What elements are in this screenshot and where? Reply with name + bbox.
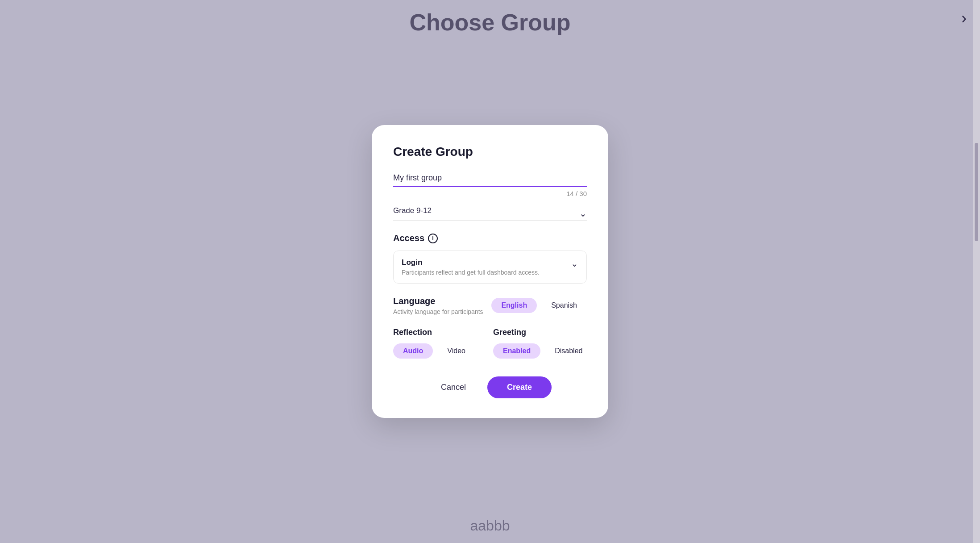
reflection-title: Reflection [393,328,475,337]
cancel-button[interactable]: Cancel [428,377,478,397]
access-login-title: Login [402,258,540,267]
grade-select-container: Grade K-2 Grade 3-5 Grade 6-8 Grade 9-12… [393,206,587,221]
greeting-disabled-button[interactable]: Disabled [545,343,592,359]
language-left: Language Activity language for participa… [393,296,483,315]
greeting-enabled-button[interactable]: Enabled [493,343,540,359]
access-section: Access i Login Participants reflect and … [393,233,587,284]
modal-title: Create Group [393,145,587,159]
greeting-col: Greeting Enabled Disabled [493,328,593,359]
language-english-button[interactable]: English [491,298,537,313]
info-icon[interactable]: i [428,234,438,243]
reflection-buttons: Audio Video [393,343,475,359]
reflection-video-button[interactable]: Video [437,343,475,359]
create-button[interactable]: Create [487,376,552,398]
reflection-audio-button[interactable]: Audio [393,343,433,359]
reflection-col: Reflection Audio Video [393,328,475,359]
access-login-desc: Participants reflect and get full dashbo… [402,269,540,276]
language-buttons: English Spanish [491,298,587,313]
reflection-greeting-row: Reflection Audio Video Greeting Enabled … [393,328,587,359]
greeting-buttons: Enabled Disabled [493,343,593,359]
grade-select[interactable]: Grade K-2 Grade 3-5 Grade 6-8 Grade 9-12… [393,206,587,215]
access-chevron-icon[interactable]: ⌄ [571,258,578,269]
group-name-input[interactable] [393,173,587,187]
modal: Create Group 14 / 30 Grade K-2 Grade 3-5… [372,125,608,418]
action-buttons: Cancel Create [393,376,587,398]
greeting-title: Greeting [493,328,593,337]
language-spanish-button[interactable]: Spanish [541,298,587,313]
access-box-header: Login Participants reflect and get full … [402,258,578,276]
access-label: Access i [393,233,587,243]
modal-overlay: Create Group 14 / 30 Grade K-2 Grade 3-5… [0,0,980,543]
char-count: 14 / 30 [393,190,587,197]
language-section: Language Activity language for participa… [393,296,587,315]
language-desc: Activity language for participants [393,308,483,315]
language-label: Language [393,296,483,306]
access-box: Login Participants reflect and get full … [393,251,587,284]
